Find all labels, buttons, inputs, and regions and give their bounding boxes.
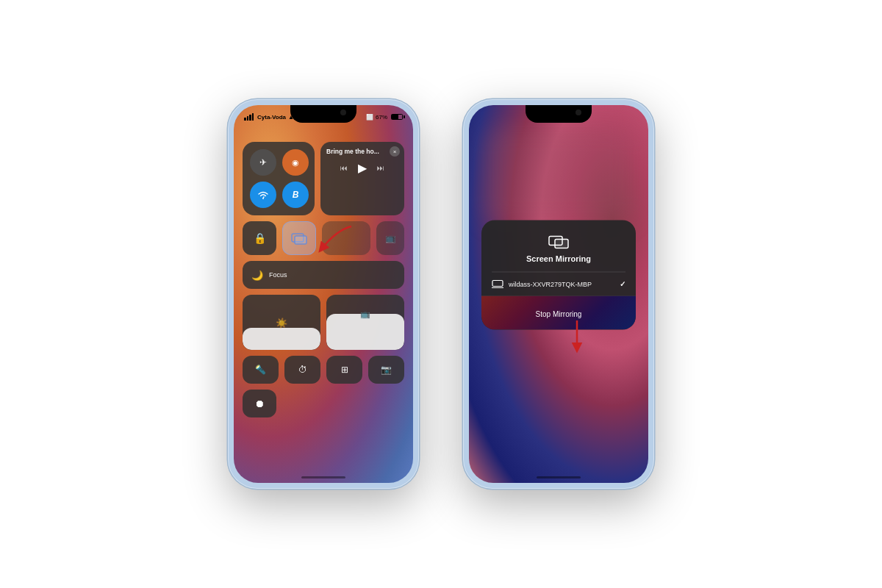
cellular-button[interactable]: ◉: [282, 149, 309, 176]
signal-bar-2: [247, 116, 249, 121]
next-button[interactable]: ⏭: [377, 164, 384, 172]
tv-icon: 📺: [385, 233, 396, 243]
now-playing-close[interactable]: ×: [390, 146, 400, 157]
brightness-icon: ☀️: [276, 317, 287, 328]
battery-icon: [391, 114, 403, 120]
device-info: wildass-XXVR279TQK-MBP: [492, 279, 592, 288]
dialog-title: Screen Mirroring: [526, 254, 591, 263]
airplane-mode-button[interactable]: ✈: [250, 149, 276, 176]
lock-rotation-icon: 🔒: [254, 232, 266, 244]
flashlight-icon: 🔦: [255, 365, 266, 375]
status-right: ⬜ 67%: [366, 114, 403, 121]
airplane-icon: ✈: [259, 157, 267, 168]
battery-percent: 67%: [376, 114, 387, 121]
focus-button[interactable]: 🌙 Focus: [243, 261, 404, 289]
last-row: ⏺: [243, 390, 404, 417]
brightness-slider[interactable]: ☀️: [243, 295, 320, 350]
screen-icon: ⬜: [366, 114, 373, 121]
dialog-mirror-icon: [548, 234, 569, 250]
carrier-label: Cyta-Voda: [257, 114, 286, 121]
blur-overlay-top: [484, 127, 634, 223]
signal-bar-4: [252, 113, 254, 121]
camera-button[interactable]: 📷: [368, 356, 404, 384]
front-camera-left: [340, 110, 346, 115]
checkmark-icon: ✓: [620, 280, 625, 288]
brightness-fill: [243, 328, 320, 350]
record-button[interactable]: ⏺: [243, 390, 276, 417]
record-icon: ⏺: [254, 398, 265, 409]
network-group: ✈ ◉ B: [243, 142, 315, 215]
signal-bar-3: [249, 115, 251, 121]
device-row[interactable]: wildass-XXVR279TQK-MBP ✓: [481, 272, 636, 295]
flashlight-button[interactable]: 🔦: [243, 356, 279, 384]
svg-rect-6: [492, 280, 503, 286]
volume-icon: 📺: [360, 309, 370, 319]
home-indicator-right: [537, 476, 581, 478]
red-arrow-right: [551, 317, 603, 357]
wifi-button[interactable]: [250, 182, 276, 208]
control-center: ✈ ◉ B: [243, 127, 404, 417]
front-camera-right: [576, 110, 581, 115]
iphone-left: Cyta-Voda ▲ ⬜ 67% ✈: [228, 99, 419, 489]
cellular-icon: ◉: [292, 158, 299, 168]
device-name: wildass-XXVR279TQK-MBP: [509, 280, 592, 287]
now-playing-widget: × Bring me the ho... ⏮ ▶ ⏭: [320, 142, 404, 215]
status-left: Cyta-Voda ▲: [244, 113, 294, 121]
volume-slider[interactable]: 📺: [326, 295, 404, 350]
battery-fill: [392, 115, 398, 119]
now-playing-title: Bring me the ho...: [326, 148, 398, 155]
sliders-row: ☀️ 📺: [243, 295, 404, 350]
home-indicator-left: [301, 476, 345, 478]
prev-button[interactable]: ⏮: [340, 164, 348, 172]
laptop-icon: [492, 279, 503, 288]
lock-rotation-button[interactable]: 🔒: [243, 221, 276, 255]
camera-icon: 📷: [381, 365, 392, 375]
wifi-icon-btn: [257, 190, 269, 199]
bluetooth-button[interactable]: B: [282, 182, 309, 208]
screen-mirroring-dialog: Screen Mirroring wildass-XXVR279TQK-MBP …: [481, 220, 636, 330]
dialog-header: Screen Mirroring: [481, 220, 636, 272]
bottom-buttons-row: 🔦 ⏱ ⊞ 📷: [243, 356, 404, 384]
iphone-right: Screen Mirroring wildass-XXVR279TQK-MBP …: [463, 99, 654, 489]
focus-label: Focus: [269, 271, 287, 279]
bluetooth-icon: B: [293, 190, 299, 200]
signal-bars: [244, 113, 254, 121]
moon-icon: 🌙: [251, 270, 263, 281]
timer-button[interactable]: ⏱: [284, 356, 320, 384]
notch-left: [290, 105, 356, 123]
red-arrow-left: [300, 219, 359, 263]
volume-fill: [326, 314, 404, 350]
svg-rect-5: [555, 240, 568, 248]
tv-icon-area[interactable]: 📺: [376, 221, 404, 255]
svg-point-0: [262, 198, 264, 199]
calculator-button[interactable]: ⊞: [326, 356, 362, 384]
calculator-icon: ⊞: [341, 365, 348, 375]
play-button[interactable]: ▶: [358, 161, 367, 175]
signal-bar-1: [244, 118, 246, 121]
timer-icon: ⏱: [298, 365, 307, 375]
notch-right: [526, 105, 592, 123]
